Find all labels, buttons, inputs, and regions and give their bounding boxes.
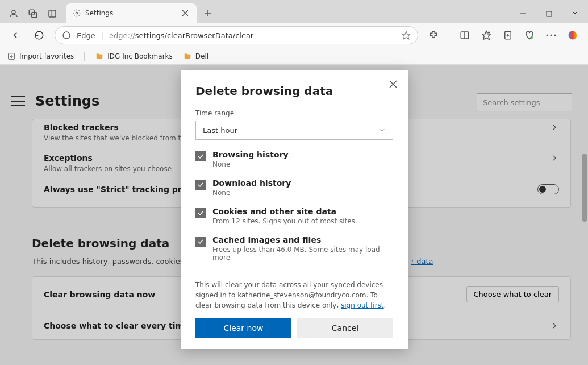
minimize-button[interactable] (510, 5, 536, 23)
collections-icon[interactable] (499, 27, 516, 44)
checkbox-checked[interactable] (195, 151, 206, 161)
bookmark-folder-idg[interactable]: IDG Inc Bookmarks (95, 52, 173, 61)
split-screen-icon[interactable] (456, 27, 473, 44)
maximize-button[interactable] (536, 5, 562, 23)
gear-icon (73, 9, 81, 17)
address-engine: Edge (77, 31, 95, 40)
refresh-button[interactable] (31, 27, 48, 44)
svg-marker-15 (402, 31, 410, 39)
tab-title: Settings (85, 9, 176, 17)
tab-actions-icon[interactable] (47, 8, 58, 19)
chevron-down-icon (379, 127, 386, 134)
window-controls (510, 5, 588, 23)
svg-point-28 (569, 31, 577, 40)
cancel-button[interactable]: Cancel (297, 318, 393, 338)
import-favorites-button[interactable]: Import favorites (7, 52, 74, 61)
checkbox-checked[interactable] (195, 237, 206, 247)
workspaces-icon[interactable] (27, 8, 39, 19)
signout-note: This will clear your data across all you… (195, 280, 393, 310)
favorite-star-icon[interactable] (402, 31, 411, 40)
time-range-label: Time range (195, 109, 393, 117)
new-tab-button[interactable] (200, 5, 216, 21)
url-text: edge://settings/clearBrowserData/clear (109, 31, 396, 40)
dialog-title: Delete browsing data (195, 84, 393, 98)
clear-now-button[interactable]: Clear now (195, 318, 291, 338)
bookmark-folder-dell[interactable]: Dell (183, 52, 208, 61)
svg-point-5 (76, 12, 78, 14)
bookmark-dell-label: Dell (195, 52, 208, 60)
list-item[interactable]: Browsing historyNone (195, 150, 393, 168)
edge-icon (62, 31, 71, 40)
svg-point-25 (547, 35, 548, 36)
checkbox-checked[interactable] (195, 180, 206, 190)
sign-out-link[interactable]: sign out first (341, 301, 384, 309)
browser-essentials-icon[interactable] (521, 27, 538, 44)
extensions-icon[interactable] (425, 27, 442, 44)
svg-point-14 (63, 32, 70, 39)
svg-point-24 (531, 36, 533, 39)
more-icon[interactable] (543, 27, 560, 44)
bookmark-idg-label: IDG Inc Bookmarks (107, 52, 173, 60)
time-range-select[interactable]: Last hour (195, 121, 393, 140)
folder-icon (183, 52, 192, 61)
clear-browsing-data-dialog: Delete browsing data Time range Last hou… (181, 70, 408, 349)
address-bar[interactable]: Edge | edge://settings/clearBrowserData/… (55, 26, 418, 44)
checkbox-checked[interactable] (195, 208, 206, 218)
tab-close-button[interactable] (181, 9, 190, 18)
close-window-button[interactable] (562, 5, 588, 23)
svg-point-27 (554, 35, 556, 36)
favorites-icon[interactable] (478, 27, 495, 44)
list-item[interactable]: Cookies and other site dataFrom 12 sites… (195, 207, 393, 225)
data-type-list: Browsing historyNone Download historyNon… (195, 150, 393, 275)
download-icon (7, 52, 16, 61)
svg-point-0 (12, 10, 15, 14)
list-item[interactable]: Cached images and filesFrees up less tha… (195, 235, 393, 262)
import-favorites-label: Import favorites (19, 52, 74, 60)
svg-point-26 (551, 35, 552, 36)
list-item[interactable]: Download historyNone (195, 179, 393, 197)
copilot-icon[interactable] (564, 27, 581, 44)
svg-rect-3 (49, 10, 56, 17)
dialog-close-button[interactable] (387, 78, 399, 90)
titlebar: Settings (0, 0, 588, 23)
page-content: Your browser is managed by your organiza… (0, 65, 588, 365)
toolbar: Edge | edge://settings/clearBrowserData/… (0, 23, 588, 48)
back-button[interactable] (7, 27, 24, 44)
profile-icon[interactable] (8, 8, 19, 19)
browser-tab[interactable]: Settings (66, 3, 197, 23)
svg-rect-11 (547, 11, 552, 16)
folder-icon (95, 52, 104, 61)
bookmarks-bar: Import favorites IDG Inc Bookmarks Dell (0, 48, 588, 65)
